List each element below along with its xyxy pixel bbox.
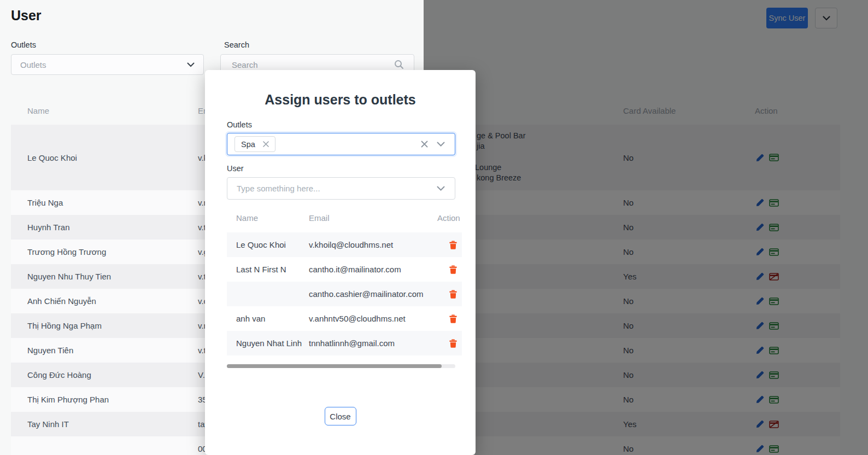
modal-column-header-email: Email — [309, 213, 330, 223]
assigned-user-row: anh van v.anhntv50@cloudhms.net — [227, 306, 462, 331]
horizontal-scrollbar[interactable] — [227, 364, 455, 368]
assigned-user-email: tnnhatlinnh@gmail.com — [309, 339, 395, 348]
user-name: Thị Hồng Nga Phạm — [27, 321, 102, 330]
outlets-filter-label: Outlets — [11, 40, 36, 49]
user-name: Công Đức Hoàng — [27, 370, 91, 380]
modal-outlets-label: Outlets — [227, 120, 252, 129]
close-button[interactable]: Close — [325, 407, 356, 425]
user-name: Anh Chiến Nguyễn — [27, 296, 96, 306]
search-placeholder: Search — [232, 60, 258, 69]
modal-outlets-multiselect[interactable]: Spa — [227, 133, 455, 155]
outlets-filter-select[interactable]: Outlets — [11, 54, 204, 75]
user-name: Triệu Nga — [27, 198, 63, 207]
assigned-users-table: Name Email Action Le Quoc Khoi v.khoilq@… — [227, 213, 462, 360]
assigned-user-row: Le Quoc Khoi v.khoilq@cloudhms.net — [227, 232, 462, 257]
modal-title: Assign users to outlets — [205, 92, 476, 108]
delete-icon[interactable] — [449, 265, 457, 274]
assigned-user-name: Last N First N — [236, 265, 286, 274]
assign-users-modal: Assign users to outlets Outlets Spa User… — [205, 70, 476, 455]
selected-outlet-chip: Spa — [234, 136, 275, 152]
assigned-user-email: v.khoilq@cloudhms.net — [309, 240, 393, 249]
assigned-user-email: v.anhntv50@cloudhms.net — [309, 314, 406, 323]
modal-user-select[interactable]: Type something here... — [227, 177, 455, 200]
user-name: Nguyen Tiên — [27, 346, 73, 355]
delete-icon[interactable] — [449, 339, 457, 348]
search-label: Search — [224, 40, 249, 49]
user-select-placeholder: Type something here... — [237, 184, 320, 193]
page-title: User — [11, 8, 42, 24]
chip-label: Spa — [241, 140, 255, 149]
assigned-user-row: cantho.cashier@mailinator.com — [227, 282, 462, 306]
chevron-down-icon[interactable] — [437, 186, 445, 191]
assigned-user-name: Nguyen Nhat Linh — [236, 339, 302, 348]
user-name: Tay Ninh IT — [27, 419, 69, 429]
delete-icon[interactable] — [449, 290, 457, 299]
remove-chip-icon[interactable] — [263, 141, 269, 147]
user-name: Trương Hồng Trương — [27, 247, 106, 256]
delete-icon[interactable] — [449, 314, 457, 323]
column-header-name: Name — [27, 106, 49, 115]
user-name: Le Quoc Khoi — [27, 153, 77, 162]
user-name: Thị Kim Phượng Phan — [27, 395, 109, 404]
assigned-user-email: cantho.it@mailinator.com — [309, 265, 401, 274]
assigned-user-name: anh van — [236, 314, 265, 323]
modal-column-header-action: Action — [437, 213, 460, 223]
search-icon — [394, 60, 404, 69]
user-name: Nguyen Nhu Thuy Tien — [27, 272, 111, 281]
modal-column-header-name: Name — [236, 213, 258, 223]
modal-user-label: User — [227, 164, 244, 173]
modal-backdrop[interactable] — [424, 0, 868, 455]
assigned-user-email: cantho.cashier@mailinator.com — [309, 289, 424, 299]
assigned-user-row: Last N First N cantho.it@mailinator.com — [227, 257, 462, 282]
delete-icon[interactable] — [449, 241, 457, 249]
assigned-user-row: Nguyen Nhat Linh tnnhatlinnh@gmail.com — [227, 331, 462, 355]
chevron-down-icon[interactable] — [437, 142, 445, 147]
user-name: Huynh Tran — [27, 223, 70, 232]
scrollbar-thumb[interactable] — [227, 364, 442, 368]
assigned-user-name: Le Quoc Khoi — [236, 240, 286, 249]
outlets-filter-placeholder: Outlets — [20, 60, 46, 69]
clear-selection-icon[interactable] — [421, 141, 428, 148]
chevron-down-icon — [187, 62, 195, 67]
